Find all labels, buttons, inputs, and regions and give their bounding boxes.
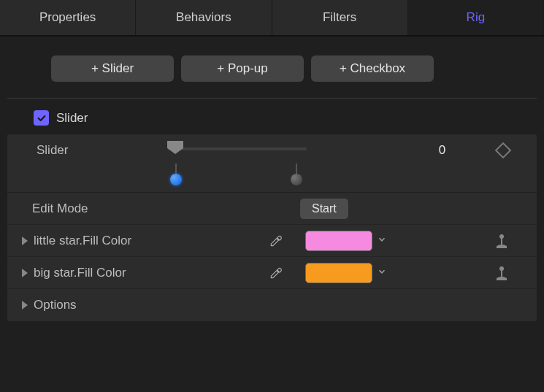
slider-row: Slider 0: [7, 134, 537, 193]
slider-enable-checkbox[interactable]: [34, 110, 49, 126]
color-swatch[interactable]: [305, 263, 372, 283]
color-swatch[interactable]: [305, 231, 372, 251]
svg-rect-3: [501, 270, 502, 277]
add-widget-row: + Slider + Pop-up + Checkbox: [0, 36, 544, 98]
add-slider-button[interactable]: + Slider: [51, 55, 174, 82]
slider-section-title: Slider: [56, 111, 88, 126]
add-popup-button[interactable]: + Pop-up: [181, 55, 304, 82]
slider-control[interactable]: [168, 142, 307, 178]
disclosure-triangle-icon[interactable]: [22, 301, 28, 310]
param-row-little-star-fill-color: little star.Fill Color: [7, 225, 537, 257]
edit-mode-start-button[interactable]: Start: [299, 198, 349, 220]
param-label: little star.Fill Color: [34, 234, 261, 248]
slider-track: [168, 147, 307, 150]
param-label: big star.Fill Color: [34, 266, 261, 280]
slider-value[interactable]: 0: [307, 142, 497, 158]
inspector-tabs: Properties Behaviors Filters Rig: [0, 0, 544, 36]
keyframe-icon[interactable]: [495, 142, 512, 159]
tab-filters[interactable]: Filters: [272, 0, 408, 35]
divider: [7, 98, 537, 99]
slider-section-header: Slider: [0, 104, 544, 131]
slider-panel: Slider 0 Edit Mode Start little star.Fil…: [7, 134, 537, 321]
options-label: Options: [34, 298, 77, 312]
svg-rect-1: [501, 238, 502, 245]
options-row: Options: [7, 289, 537, 321]
snapshot-handle-active[interactable]: [170, 174, 182, 185]
disclosure-triangle-icon[interactable]: [22, 269, 28, 277]
tab-rig[interactable]: Rig: [408, 0, 544, 35]
param-row-big-star-fill-color: big star.Fill Color: [7, 257, 537, 289]
chevron-down-icon[interactable]: [377, 234, 387, 248]
snapshot-handle[interactable]: [291, 174, 302, 185]
edit-mode-label: Edit Mode: [22, 201, 256, 216]
disclosure-triangle-icon[interactable]: [22, 237, 28, 245]
eyedropper-icon[interactable]: [261, 266, 291, 280]
eyedropper-icon[interactable]: [261, 234, 291, 248]
slider-thumb[interactable]: [167, 141, 183, 154]
edit-mode-row: Edit Mode Start: [7, 193, 537, 225]
rig-joystick-icon[interactable]: [494, 233, 509, 249]
add-checkbox-button[interactable]: + Checkbox: [311, 55, 434, 82]
tab-properties[interactable]: Properties: [0, 0, 136, 35]
tab-behaviors[interactable]: Behaviors: [136, 0, 272, 35]
slider-label: Slider: [7, 142, 168, 158]
chevron-down-icon[interactable]: [377, 266, 387, 280]
rig-joystick-icon[interactable]: [494, 265, 509, 281]
